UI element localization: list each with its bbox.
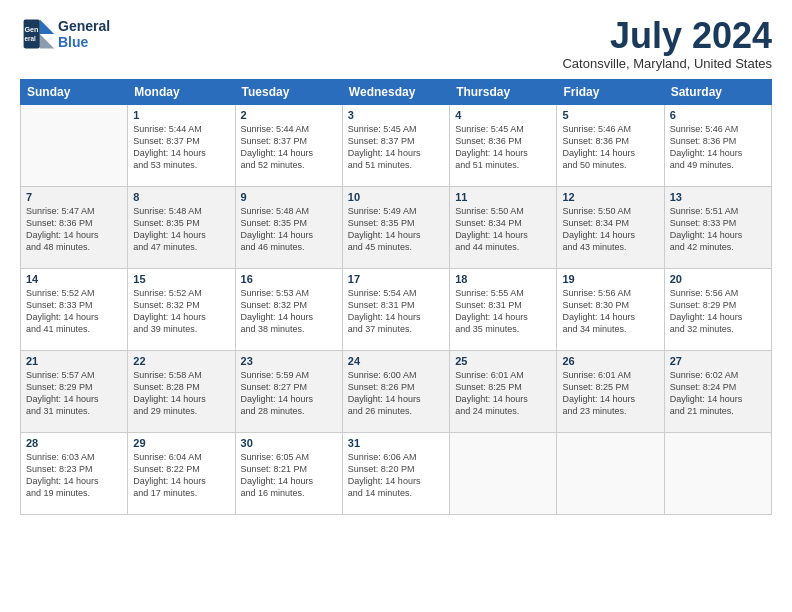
day-info: Sunrise: 5:59 AMSunset: 8:27 PMDaylight:… [241,369,337,418]
header-sunday: Sunday [21,79,128,104]
day-number: 21 [26,355,122,367]
day-number: 8 [133,191,229,203]
day-info: Sunrise: 6:01 AMSunset: 8:25 PMDaylight:… [562,369,658,418]
table-row: 8Sunrise: 5:48 AMSunset: 8:35 PMDaylight… [128,186,235,268]
day-number: 5 [562,109,658,121]
day-info: Sunrise: 5:52 AMSunset: 8:33 PMDaylight:… [26,287,122,336]
table-row: 7Sunrise: 5:47 AMSunset: 8:36 PMDaylight… [21,186,128,268]
calendar-week-row: 21Sunrise: 5:57 AMSunset: 8:29 PMDayligh… [21,350,772,432]
table-row [664,432,771,514]
header-saturday: Saturday [664,79,771,104]
day-info: Sunrise: 5:56 AMSunset: 8:29 PMDaylight:… [670,287,766,336]
table-row: 16Sunrise: 5:53 AMSunset: 8:32 PMDayligh… [235,268,342,350]
logo-text: General Blue [58,18,110,50]
table-row: 4Sunrise: 5:45 AMSunset: 8:36 PMDaylight… [450,104,557,186]
day-number: 27 [670,355,766,367]
table-row: 27Sunrise: 6:02 AMSunset: 8:24 PMDayligh… [664,350,771,432]
day-info: Sunrise: 5:44 AMSunset: 8:37 PMDaylight:… [241,123,337,172]
calendar-week-row: 14Sunrise: 5:52 AMSunset: 8:33 PMDayligh… [21,268,772,350]
location: Catonsville, Maryland, United States [562,56,772,71]
table-row: 29Sunrise: 6:04 AMSunset: 8:22 PMDayligh… [128,432,235,514]
day-number: 28 [26,437,122,449]
day-info: Sunrise: 5:49 AMSunset: 8:35 PMDaylight:… [348,205,444,254]
header-monday: Monday [128,79,235,104]
logo: Gen eral General Blue [20,16,110,52]
table-row: 23Sunrise: 5:59 AMSunset: 8:27 PMDayligh… [235,350,342,432]
table-row [450,432,557,514]
table-row: 19Sunrise: 5:56 AMSunset: 8:30 PMDayligh… [557,268,664,350]
day-number: 9 [241,191,337,203]
table-row [557,432,664,514]
day-number: 1 [133,109,229,121]
day-number: 16 [241,273,337,285]
day-info: Sunrise: 5:52 AMSunset: 8:32 PMDaylight:… [133,287,229,336]
day-info: Sunrise: 5:48 AMSunset: 8:35 PMDaylight:… [133,205,229,254]
day-info: Sunrise: 6:06 AMSunset: 8:20 PMDaylight:… [348,451,444,500]
svg-text:eral: eral [25,35,36,42]
day-info: Sunrise: 5:46 AMSunset: 8:36 PMDaylight:… [562,123,658,172]
calendar-week-row: 1Sunrise: 5:44 AMSunset: 8:37 PMDaylight… [21,104,772,186]
day-number: 26 [562,355,658,367]
day-info: Sunrise: 5:55 AMSunset: 8:31 PMDaylight:… [455,287,551,336]
day-info: Sunrise: 5:45 AMSunset: 8:37 PMDaylight:… [348,123,444,172]
table-row: 9Sunrise: 5:48 AMSunset: 8:35 PMDaylight… [235,186,342,268]
day-info: Sunrise: 6:03 AMSunset: 8:23 PMDaylight:… [26,451,122,500]
day-number: 11 [455,191,551,203]
table-row: 10Sunrise: 5:49 AMSunset: 8:35 PMDayligh… [342,186,449,268]
day-number: 12 [562,191,658,203]
table-row: 20Sunrise: 5:56 AMSunset: 8:29 PMDayligh… [664,268,771,350]
day-info: Sunrise: 5:50 AMSunset: 8:34 PMDaylight:… [562,205,658,254]
header-tuesday: Tuesday [235,79,342,104]
calendar-header-row: Sunday Monday Tuesday Wednesday Thursday… [21,79,772,104]
title-area: July 2024 Catonsville, Maryland, United … [562,16,772,71]
day-info: Sunrise: 6:04 AMSunset: 8:22 PMDaylight:… [133,451,229,500]
calendar-week-row: 28Sunrise: 6:03 AMSunset: 8:23 PMDayligh… [21,432,772,514]
table-row: 22Sunrise: 5:58 AMSunset: 8:28 PMDayligh… [128,350,235,432]
table-row: 5Sunrise: 5:46 AMSunset: 8:36 PMDaylight… [557,104,664,186]
table-row: 24Sunrise: 6:00 AMSunset: 8:26 PMDayligh… [342,350,449,432]
day-number: 23 [241,355,337,367]
day-number: 22 [133,355,229,367]
day-number: 25 [455,355,551,367]
day-info: Sunrise: 5:51 AMSunset: 8:33 PMDaylight:… [670,205,766,254]
day-info: Sunrise: 5:48 AMSunset: 8:35 PMDaylight:… [241,205,337,254]
table-row: 30Sunrise: 6:05 AMSunset: 8:21 PMDayligh… [235,432,342,514]
day-info: Sunrise: 5:44 AMSunset: 8:37 PMDaylight:… [133,123,229,172]
day-number: 24 [348,355,444,367]
day-info: Sunrise: 5:56 AMSunset: 8:30 PMDaylight:… [562,287,658,336]
calendar-table: Sunday Monday Tuesday Wednesday Thursday… [20,79,772,515]
table-row: 25Sunrise: 6:01 AMSunset: 8:25 PMDayligh… [450,350,557,432]
day-number: 29 [133,437,229,449]
day-info: Sunrise: 6:05 AMSunset: 8:21 PMDaylight:… [241,451,337,500]
day-info: Sunrise: 6:00 AMSunset: 8:26 PMDaylight:… [348,369,444,418]
table-row: 14Sunrise: 5:52 AMSunset: 8:33 PMDayligh… [21,268,128,350]
day-info: Sunrise: 5:53 AMSunset: 8:32 PMDaylight:… [241,287,337,336]
day-info: Sunrise: 5:46 AMSunset: 8:36 PMDaylight:… [670,123,766,172]
table-row: 3Sunrise: 5:45 AMSunset: 8:37 PMDaylight… [342,104,449,186]
table-row: 2Sunrise: 5:44 AMSunset: 8:37 PMDaylight… [235,104,342,186]
day-number: 10 [348,191,444,203]
day-number: 20 [670,273,766,285]
day-info: Sunrise: 5:45 AMSunset: 8:36 PMDaylight:… [455,123,551,172]
day-number: 31 [348,437,444,449]
logo-icon: Gen eral [20,16,56,52]
day-number: 14 [26,273,122,285]
day-number: 3 [348,109,444,121]
day-number: 13 [670,191,766,203]
header: Gen eral General Blue July 2024 Catonsvi… [20,16,772,71]
day-info: Sunrise: 6:01 AMSunset: 8:25 PMDaylight:… [455,369,551,418]
day-number: 6 [670,109,766,121]
day-info: Sunrise: 5:47 AMSunset: 8:36 PMDaylight:… [26,205,122,254]
header-thursday: Thursday [450,79,557,104]
page: Gen eral General Blue July 2024 Catonsvi… [0,0,792,612]
table-row: 15Sunrise: 5:52 AMSunset: 8:32 PMDayligh… [128,268,235,350]
day-info: Sunrise: 5:54 AMSunset: 8:31 PMDaylight:… [348,287,444,336]
table-row: 13Sunrise: 5:51 AMSunset: 8:33 PMDayligh… [664,186,771,268]
table-row: 17Sunrise: 5:54 AMSunset: 8:31 PMDayligh… [342,268,449,350]
table-row [21,104,128,186]
day-info: Sunrise: 5:58 AMSunset: 8:28 PMDaylight:… [133,369,229,418]
table-row: 6Sunrise: 5:46 AMSunset: 8:36 PMDaylight… [664,104,771,186]
header-wednesday: Wednesday [342,79,449,104]
day-info: Sunrise: 6:02 AMSunset: 8:24 PMDaylight:… [670,369,766,418]
day-number: 18 [455,273,551,285]
